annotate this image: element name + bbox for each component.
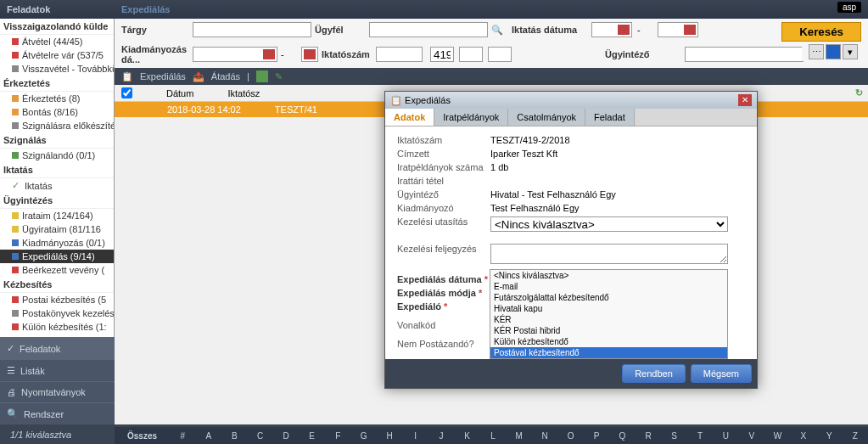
- dropdown-item[interactable]: KÉR: [490, 314, 727, 325]
- alpha-item[interactable]: A: [196, 431, 221, 441]
- bottom-tab[interactable]: 🔍Rendszer: [0, 402, 115, 424]
- tab-adatok[interactable]: Adatok: [385, 109, 434, 126]
- sidebar-item[interactable]: Külön kézbesítés (1:: [0, 320, 114, 334]
- dropdown-item[interactable]: Hivatali kapu: [490, 303, 727, 314]
- sidebar-item[interactable]: Postai kézbesítés (5: [0, 293, 114, 306]
- alpha-item[interactable]: W: [764, 431, 790, 441]
- modal-title-icon: 📋: [390, 95, 402, 105]
- alpha-item[interactable]: B: [221, 431, 247, 441]
- sidebar-section[interactable]: Szignálás: [0, 132, 114, 149]
- alpha-item[interactable]: S: [661, 431, 686, 441]
- sidebar-item-label: Iktatás: [25, 181, 52, 191]
- sidebar-item[interactable]: ✓Iktatás: [0, 178, 114, 193]
- sidebar-item[interactable]: Visszavétel - Továbbkü: [0, 62, 114, 76]
- cancel-button[interactable]: Mégsem: [691, 364, 752, 383]
- filter-input-ugyfel[interactable]: [369, 22, 488, 37]
- alpha-item[interactable]: F: [325, 431, 350, 441]
- alpha-item[interactable]: T: [687, 431, 713, 441]
- alpha-item[interactable]: P: [584, 431, 609, 441]
- filter-input-targy[interactable]: [193, 22, 311, 37]
- refresh-icon[interactable]: ↻: [855, 87, 863, 98]
- sidebar-item[interactable]: Szignálásra előkészítés: [0, 119, 114, 132]
- dropdown-item[interactable]: Külön kézbesítendő: [490, 336, 727, 347]
- sidebar-item[interactable]: Érkeztetés (8): [0, 92, 114, 105]
- tab-iratpeldanyok[interactable]: Iratpéldányok: [434, 109, 508, 126]
- grid-head-checkbox[interactable]: [121, 87, 132, 98]
- save-button[interactable]: [826, 44, 841, 59]
- alpha-item[interactable]: I: [402, 431, 428, 441]
- header-title-center: Expediálás: [115, 4, 170, 14]
- alpha-item[interactable]: O: [557, 431, 583, 441]
- bottom-tab[interactable]: ☰Listák: [0, 359, 115, 381]
- dropdown-item[interactable]: Postával kézbesítendő: [490, 347, 727, 358]
- alpha-item[interactable]: J: [428, 431, 454, 441]
- sidebar-section[interactable]: Iktatás: [0, 162, 114, 178]
- textarea-kezelesi-feljegyzes[interactable]: [490, 244, 728, 264]
- dropdown-item[interactable]: KÉR Postai hibrid: [490, 325, 727, 336]
- sidebar-item[interactable]: Postakönyvek kezelés: [0, 306, 114, 320]
- alpha-item[interactable]: X: [791, 431, 816, 441]
- date2-from[interactable]: [193, 47, 277, 62]
- alpha-item[interactable]: #: [170, 431, 195, 441]
- alpha-item[interactable]: L: [480, 431, 506, 441]
- sidebar-item[interactable]: Beérkezett vevény (: [0, 263, 114, 277]
- dropdown-item[interactable]: Futárszolgálattal kézbesítendő: [490, 292, 727, 303]
- sidebar-section[interactable]: Visszaigazolandó külde: [0, 19, 114, 35]
- sidebar-item[interactable]: Bontás (8/16): [0, 105, 114, 119]
- bottom-tab[interactable]: 🖨Nyomtatványok: [0, 381, 115, 402]
- date2-to[interactable]: [301, 47, 318, 62]
- alpha-item[interactable]: D: [273, 431, 299, 441]
- band-atadas[interactable]: Átadás: [211, 71, 240, 81]
- filter-input-iktatoszam-4[interactable]: [488, 47, 512, 62]
- alpha-item[interactable]: K: [454, 431, 479, 441]
- sidebar-section[interactable]: Érkeztetés: [0, 76, 114, 92]
- ok-button[interactable]: Rendben: [622, 364, 686, 383]
- sidebar-item[interactable]: Átvétel (44/45): [0, 35, 114, 48]
- filter-input-iktatoszam-1[interactable]: [376, 47, 423, 62]
- toolbar-btn-3[interactable]: ▾: [843, 44, 858, 59]
- tab-feladat[interactable]: Feladat: [585, 109, 635, 126]
- search-button[interactable]: Keresés: [781, 22, 861, 42]
- close-icon[interactable]: ✕: [738, 94, 752, 106]
- dropdown-item[interactable]: E-mail: [490, 281, 727, 292]
- sidebar-item[interactable]: Expediálás (9/14): [0, 250, 114, 263]
- filter-input-iktatoszam-2[interactable]: [430, 47, 454, 62]
- alpha-item[interactable]: R: [636, 431, 661, 441]
- date-to[interactable]: [658, 22, 698, 37]
- value-iktatoszam: TESZT/419-2/2018: [490, 135, 745, 145]
- alpha-item[interactable]: V: [739, 431, 764, 441]
- alpha-item[interactable]: Y: [816, 431, 842, 441]
- sidebar-item[interactable]: Szignálandó (0/1): [0, 149, 114, 162]
- sidebar-item[interactable]: Ügyirataim (81/116: [0, 222, 114, 236]
- tab-csatolmanyok[interactable]: Csatolmányok: [508, 109, 585, 126]
- sidebar-item[interactable]: Kiadmányozás (0/1): [0, 236, 114, 250]
- alpha-item[interactable]: M: [506, 431, 531, 441]
- alpha-item[interactable]: N: [532, 431, 557, 441]
- alpha-item[interactable]: E: [299, 431, 324, 441]
- filter-input-ugyintezo[interactable]: [685, 47, 804, 62]
- band-icon4[interactable]: ✎: [275, 71, 283, 82]
- date-from[interactable]: [591, 22, 632, 37]
- alpha-item[interactable]: Összes: [115, 431, 170, 441]
- band-icon3[interactable]: [256, 70, 268, 82]
- sidebar-item[interactable]: Irataim (124/164): [0, 209, 114, 222]
- alpha-item[interactable]: G: [350, 431, 376, 441]
- row-date: 2018-03-28 14:02: [167, 104, 241, 115]
- alpha-item[interactable]: Z: [843, 431, 868, 441]
- alpha-item[interactable]: U: [713, 431, 738, 441]
- toolbar-btn-1[interactable]: ⋯: [809, 44, 824, 59]
- lookup-icon[interactable]: 🔍: [491, 25, 508, 36]
- alpha-item[interactable]: C: [247, 431, 272, 441]
- dropdown-item[interactable]: <Nincs kiválasztva>: [490, 270, 727, 281]
- sidebar-item[interactable]: Átvételre vár (537/5: [0, 48, 114, 62]
- sidebar-section[interactable]: Kézbesítés: [0, 277, 114, 293]
- grid-head-iktatoszam[interactable]: Iktatósz: [227, 88, 260, 98]
- alpha-item[interactable]: Q: [609, 431, 635, 441]
- grid-head-datum[interactable]: Dátum: [166, 88, 193, 98]
- sidebar-section[interactable]: Ügyintézés: [0, 193, 114, 209]
- filter-input-iktatoszam-3[interactable]: [459, 47, 483, 62]
- select-kezelesi-utasitas[interactable]: <Nincs kiválasztva>: [490, 216, 728, 232]
- bottom-tab[interactable]: ✓Feladatok: [0, 337, 115, 359]
- band-expedialas[interactable]: Expediálás: [140, 71, 186, 81]
- alpha-item[interactable]: H: [377, 431, 402, 441]
